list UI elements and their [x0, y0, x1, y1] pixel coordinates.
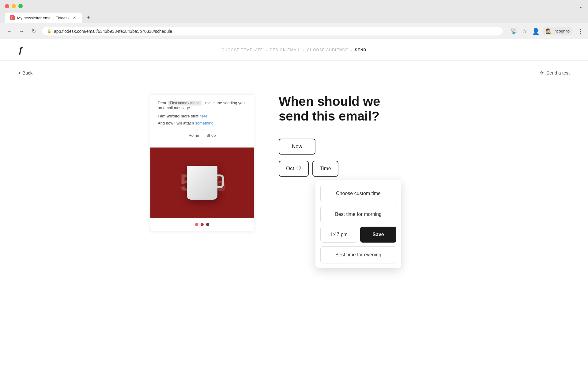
date-picker-button[interactable]: Oct 12	[279, 161, 309, 177]
dot-1	[195, 223, 198, 226]
mug-handle	[217, 174, 224, 188]
browser-navbar: ← → ↻ 🔒 app.flodesk.com/email/6343b9334f…	[0, 23, 588, 39]
address-bar[interactable]: 🔒 app.flodesk.com/email/6343b9334fe5843b…	[42, 27, 503, 36]
close-traffic-light[interactable]	[5, 4, 9, 8]
step-arrow-3: ›	[351, 48, 352, 52]
email-preview-footer	[150, 218, 254, 231]
browser-tabs: F My newsletter email | Flodesk ✕ +	[0, 12, 588, 23]
app-steps: CHOOSE TEMPLATE › DESIGN EMAIL › CHOOSE …	[221, 48, 366, 52]
nav-home: Home	[188, 133, 199, 138]
send-icon: ✈	[540, 70, 544, 76]
mug-illustration	[187, 166, 217, 200]
main-layout: Dear First name / friend , this is me se…	[18, 94, 570, 231]
something-link[interactable]: something.	[195, 121, 215, 125]
bookmark-icon[interactable]: ☆	[520, 27, 529, 36]
name-badge: First name / friend	[168, 101, 202, 105]
heading-line1: When should we	[279, 94, 380, 109]
dot-2	[201, 223, 204, 226]
best-time-evening-button[interactable]: Best time for evening	[320, 246, 396, 263]
page-content: < Back ✈ Send a test Dear First name / f…	[0, 61, 588, 368]
nav-shop: Shop	[206, 133, 216, 138]
tab-title: My newsletter email | Flodesk	[17, 16, 70, 20]
send-test-label: Send a test	[546, 70, 570, 75]
email-nav: Home Shop	[158, 133, 247, 143]
dear-text: Dear	[158, 101, 166, 105]
here-link[interactable]: here.	[199, 114, 209, 118]
tab-close-button[interactable]: ✕	[72, 15, 77, 20]
save-time-button[interactable]: Save	[360, 227, 396, 243]
app-wrapper: ƒ CHOOSE TEMPLATE › DESIGN EMAIL › CHOOS…	[0, 39, 588, 368]
right-panel: When should we send this email? Now Oct …	[279, 94, 438, 177]
step-arrow-1: ›	[266, 48, 267, 52]
email-line-2: I am writing more stuff here.	[158, 114, 247, 118]
question-heading: When should we send this email?	[279, 94, 438, 124]
step-design-email[interactable]: DESIGN EMAIL	[270, 48, 300, 52]
incognito-label: Incognito	[553, 29, 570, 33]
forward-nav-button[interactable]: →	[17, 27, 26, 36]
expand-icon[interactable]: ⌄	[579, 3, 583, 10]
send-options: Now Oct 12 Time	[279, 139, 438, 177]
time-input-field[interactable]	[320, 227, 357, 243]
best-time-morning-button[interactable]: Best time for morning	[320, 206, 396, 223]
choose-custom-time-button[interactable]: Choose custom time	[320, 185, 396, 202]
step-arrow-2: ›	[303, 48, 304, 52]
profile-icon[interactable]: 👤	[531, 27, 540, 36]
heading-line2: send this email?	[279, 109, 379, 123]
browser-menu-button[interactable]: ⋮	[578, 28, 583, 35]
schedule-row: Oct 12 Time	[279, 161, 438, 177]
app-header: ƒ CHOOSE TEMPLATE › DESIGN EMAIL › CHOOS…	[0, 39, 588, 61]
time-dropdown: Choose custom time Best time for morning…	[315, 180, 401, 268]
top-nav: < Back ✈ Send a test	[18, 70, 570, 76]
app-logo[interactable]: ƒ	[18, 45, 23, 55]
back-button[interactable]: < Back	[18, 70, 32, 75]
new-tab-button[interactable]: +	[84, 14, 93, 21]
email-separator	[193, 129, 211, 129]
back-nav-button[interactable]: ←	[5, 27, 13, 36]
email-line-3: And now I will attach something.	[158, 121, 247, 125]
step-choose-template[interactable]: CHOOSE TEMPLATE	[221, 48, 263, 52]
maximize-traffic-light[interactable]	[18, 4, 23, 8]
dot-3	[206, 223, 209, 226]
nav-actions: 📡 ☆ 👤 🕵 Incognito ⋮	[509, 27, 583, 36]
traffic-lights	[5, 4, 23, 8]
step-choose-audience[interactable]: CHOOSE AUDIENCE	[307, 48, 348, 52]
reload-button[interactable]: ↻	[29, 27, 38, 36]
url-text: app.flodesk.com/email/6343b9334fe5843ba5…	[54, 29, 172, 34]
time-picker-button[interactable]: Time	[312, 161, 338, 177]
incognito-badge: 🕵 Incognito	[542, 27, 573, 35]
email-preview: Dear First name / friend , this is me se…	[150, 94, 254, 231]
tab-favicon: F	[10, 15, 15, 20]
incognito-icon: 🕵	[545, 28, 552, 34]
time-input-row: Save	[320, 227, 396, 243]
lock-icon: 🔒	[47, 29, 51, 33]
send-test-button[interactable]: ✈ Send a test	[540, 70, 570, 76]
active-tab[interactable]: F My newsletter email | Flodesk ✕	[5, 13, 82, 23]
now-button[interactable]: Now	[279, 139, 315, 155]
step-send[interactable]: SEND	[355, 48, 367, 52]
email-dear-line: Dear First name / friend , this is me se…	[158, 101, 247, 110]
cast-icon[interactable]: 📡	[509, 27, 518, 36]
browser-chrome: ⌄ F My newsletter email | Flodesk ✕ + ← …	[0, 0, 588, 39]
minimize-traffic-light[interactable]	[12, 4, 16, 8]
email-hero-image: 50% 50%	[150, 148, 254, 218]
email-preview-header: Dear First name / friend , this is me se…	[150, 94, 254, 148]
